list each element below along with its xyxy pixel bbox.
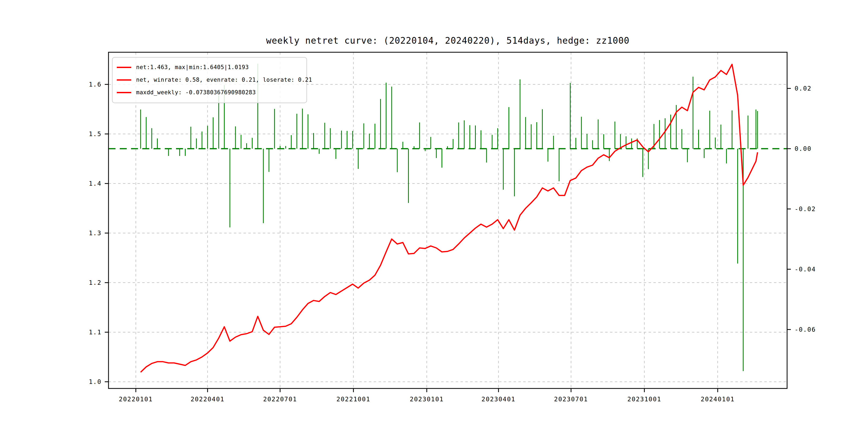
legend-item-label: maxdd_weekly: -0.07380367690980283 [136,89,256,96]
x-tick-label: 20221001 [337,396,371,403]
x-tick-label: 20220701 [263,396,297,403]
red-line-icon [117,67,131,68]
x-tick-label: 20220401 [190,396,224,403]
right-tick-label: 0.02 [795,85,811,92]
x-tick-label: 20231001 [627,396,661,403]
red-line-icon [117,79,131,81]
x-axis-tick-labels: 2022010120220401202207012022100120230101… [119,396,735,403]
left-tick-label: 1.5 [89,130,101,137]
right-tick-label: -0.06 [795,326,816,333]
legend-item-net: net:1.463, max|min:1.6405|1.0193 [117,63,303,71]
figure: weekly netret curve: (20220104, 20240220… [0,0,868,434]
right-tick-label: -0.04 [795,266,816,273]
left-tick-label: 1.1 [89,329,101,336]
x-tick-label: 20220101 [119,396,153,403]
net-curve [141,64,757,372]
net-curve-line [141,64,757,372]
left-tick-label: 1.6 [89,81,101,88]
x-tick-label: 20240101 [701,396,735,403]
horizontal-gridlines [108,84,787,382]
right-tick-label: 0.00 [795,145,811,152]
left-tick-label: 1.3 [89,229,101,237]
x-tick-label: 20230701 [554,396,588,403]
legend: net:1.463, max|min:1.6405|1.0193 net, wi… [112,57,307,103]
left-tick-label: 1.4 [89,180,101,187]
x-tick-label: 20230101 [410,396,444,403]
right-axis-tick-labels: 0.020.00-0.02-0.04-0.06 [795,85,816,333]
left-tick-label: 1.2 [89,279,101,286]
red-line-icon [117,92,131,93]
right-tick-label: -0.02 [795,206,816,212]
legend-item-winrate: net, winrate: 0.58, evenrate: 0.21, lose… [117,75,303,84]
weekly-return-bars [141,64,757,371]
legend-item-label: net, winrate: 0.58, evenrate: 0.21, lose… [136,76,312,83]
left-axis-tick-labels: 1.01.11.21.31.41.51.6 [89,81,101,385]
legend-item-label: net:1.463, max|min:1.6405|1.0193 [136,64,249,70]
x-tick-label: 20230401 [482,396,516,403]
legend-item-maxdd: maxdd_weekly: -0.07380367690980283 [117,88,303,97]
left-tick-label: 1.0 [89,378,101,385]
